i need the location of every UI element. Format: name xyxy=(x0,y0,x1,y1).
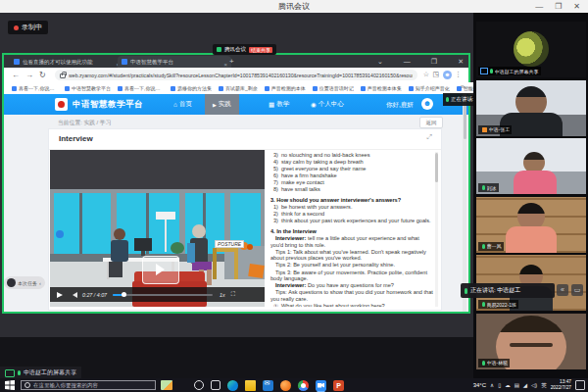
taskbar-search[interactable]: 在这里输入你要搜索的内容 xyxy=(21,380,156,390)
browser-tab[interactable]: 中语智慧教学平台 xyxy=(118,56,231,68)
seek-handle[interactable] xyxy=(122,292,126,297)
bookmark-item[interactable]: 知乎介绍声音化 xyxy=(409,85,450,91)
platform-nav-item[interactable]: 首页 xyxy=(166,94,200,115)
bookmarks-overflow-icon[interactable]: » xyxy=(461,83,465,90)
browser-menu-chevron-icon[interactable]: ⌄ xyxy=(377,58,383,66)
user-avatar[interactable]: ☻ xyxy=(421,98,433,110)
platform-nav-item[interactable]: 个人中心 xyxy=(303,94,352,115)
bookmark-favicon-icon xyxy=(361,86,366,91)
chrome-icon[interactable] xyxy=(298,380,309,391)
bookmark-item[interactable]: 再看一下,你说的话 xyxy=(118,85,164,91)
speaking-indicator-overlay: 正在讲话: 中… xyxy=(443,93,473,106)
minimize-icon[interactable]: — xyxy=(535,2,543,11)
panel-scrollbar[interactable] xyxy=(435,152,438,307)
fullscreen-icon[interactable]: ⛶ xyxy=(231,291,235,298)
tray-network-icon[interactable]: ◢ xyxy=(523,382,527,388)
participant-tile[interactable]: 刘冰 xyxy=(476,138,586,194)
collapse-arrow-icon[interactable]: ‹ xyxy=(39,280,41,286)
participant-tile[interactable]: 中语赵工的屏幕共享 xyxy=(476,22,586,77)
recording-label: 录制中 xyxy=(22,23,42,32)
extensions-icon[interactable]: ◳ xyxy=(432,71,439,78)
weather-widget-icon[interactable] xyxy=(161,380,172,390)
tray-chevron-icon[interactable]: ∧ xyxy=(490,382,494,388)
browser-profile-avatar[interactable]: ☻ xyxy=(443,71,452,79)
meeting-share-toolbar[interactable]: 腾讯会议 结束共享 xyxy=(213,44,276,55)
line-text: Do you have any questions for me? xyxy=(308,282,394,288)
widget-label: 本次任务 xyxy=(18,280,37,286)
bookmark-item[interactable]: 位置语音话时记 xyxy=(313,85,354,91)
floating-widget[interactable]: 本次任务 ‹ xyxy=(4,276,45,289)
participant-name: 商易2022-1班 xyxy=(487,302,517,308)
user-greeting: 你好,鹿妍 xyxy=(386,101,414,110)
ime-indicator[interactable]: 英 xyxy=(541,382,547,389)
participant-tile[interactable]: 中语-张工 xyxy=(476,80,586,136)
url-text: web.zyamoy.com/#/student/practicals/stud… xyxy=(69,73,413,78)
tray-mic-icon[interactable]: ▯ xyxy=(498,382,501,388)
seek-bar[interactable] xyxy=(113,294,213,296)
bookmark-star-icon[interactable]: ☆ xyxy=(423,71,429,78)
volume-icon[interactable] xyxy=(70,292,77,298)
powerpoint-icon[interactable]: P xyxy=(333,380,344,391)
back-button[interactable]: 返回 xyxy=(419,117,443,128)
browser-close-icon[interactable]: ✕ xyxy=(458,58,464,66)
edge-icon[interactable] xyxy=(227,380,238,391)
tray-speaker-icon[interactable]: ◁) xyxy=(531,382,537,388)
cortana-icon[interactable] xyxy=(194,380,204,390)
bookmark-item[interactable]: 百试题库_剩余 xyxy=(219,85,258,91)
browser-minimize-icon[interactable]: — xyxy=(404,58,411,65)
mic-icon xyxy=(18,370,21,375)
line-text: have a firm handshake xyxy=(281,172,337,179)
browser-more-icon[interactable]: ⋮ xyxy=(455,71,462,78)
file-explorer-icon[interactable] xyxy=(245,380,256,391)
expand-icon[interactable]: ⤢ xyxy=(426,133,432,141)
task-view-icon[interactable] xyxy=(211,380,220,390)
participant-name: 刘冰 xyxy=(487,185,497,191)
start-icon[interactable] xyxy=(5,380,15,390)
tray-cloud-icon[interactable]: ☁ xyxy=(505,382,511,388)
platform-nav-item[interactable]: 教学 xyxy=(261,94,297,115)
meeting-body: 录制中 位看直播的才可以使用此功能 中语智慧教学平台 xyxy=(0,13,588,392)
forward-icon[interactable]: → xyxy=(25,71,33,79)
refresh-icon[interactable]: ↻ xyxy=(39,71,46,79)
bookmark-item[interactable]: 声音检测的本体 xyxy=(265,85,306,91)
close-icon[interactable]: ✕ xyxy=(573,2,580,11)
new-tab-button[interactable]: + xyxy=(229,57,234,66)
bookmark-favicon-icon xyxy=(313,86,318,91)
maximize-icon[interactable]: ❐ xyxy=(555,2,562,11)
play-overlay-icon[interactable] xyxy=(142,256,179,284)
page-scrollbar[interactable] xyxy=(463,94,466,312)
play-icon[interactable] xyxy=(57,292,66,298)
weather-temperature[interactable]: 34°C xyxy=(473,382,486,388)
line-text: think about your past work experiences a… xyxy=(281,218,431,224)
bookmark-favicon-icon xyxy=(409,86,414,91)
bookmark-item[interactable]: 再看一下,你说的话 xyxy=(12,85,58,91)
line-text: 4. In the Interview xyxy=(270,228,317,234)
mail-icon[interactable] xyxy=(263,380,273,391)
address-bar[interactable]: web.zyamoy.com/#/student/practicals/stud… xyxy=(55,70,417,80)
browser-maximize-icon[interactable]: ❐ xyxy=(431,58,437,66)
bookmark-item[interactable]: 选修你的方法集 xyxy=(171,85,212,91)
platform-nav-item[interactable]: 实践 xyxy=(205,94,239,115)
bookmark-item[interactable]: 声音检测本体集 xyxy=(361,85,402,91)
nav-item-label: 个人中心 xyxy=(318,100,344,109)
tray-folder-icon[interactable]: ▤ xyxy=(514,382,519,388)
nav-item-label: 首页 xyxy=(179,100,192,109)
layout-icon[interactable]: ▭ xyxy=(571,284,583,296)
participant-tile[interactable]: 中语-林晓 xyxy=(476,314,586,369)
collapse-strip-icon[interactable]: « xyxy=(557,284,568,296)
tencent-meeting-icon[interactable] xyxy=(316,380,326,391)
browser-tab[interactable]: 位看直播的才可以使用此功能 xyxy=(10,56,123,68)
lesson-text-panel[interactable]: 3) no slouching and no laid-back knees 4… xyxy=(270,152,433,307)
video-player[interactable]: POSTURE 0:27 / 4:07 1x ⛶ xyxy=(50,150,265,307)
notification-center-icon[interactable] xyxy=(575,380,585,390)
bookmark-item[interactable]: 中语智慧教学平台 xyxy=(65,85,111,91)
stop-share-button[interactable]: 结束共享 xyxy=(249,47,272,53)
nav-item-icon xyxy=(213,101,217,108)
playback-speed[interactable]: 1x xyxy=(220,292,225,298)
app-icon[interactable] xyxy=(280,380,291,391)
line-text: make eye contact xyxy=(281,179,324,186)
back-icon[interactable]: ← xyxy=(12,71,20,79)
viewer-clock[interactable]: 13:47 2022/7/27 xyxy=(551,379,571,391)
participant-tile[interactable]: 曹一凤 xyxy=(476,197,586,253)
lesson-line: 3. How should you answer interviewer's a… xyxy=(270,197,433,204)
